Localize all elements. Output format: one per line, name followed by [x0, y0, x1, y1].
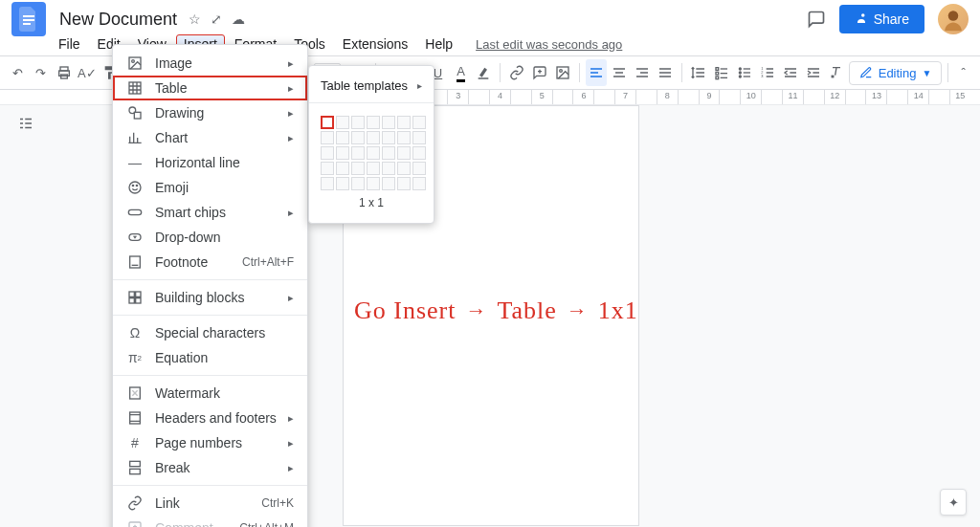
comment-history-icon[interactable]: [807, 10, 826, 29]
increase-indent-button[interactable]: [803, 59, 824, 86]
spellcheck-button[interactable]: A✓: [77, 59, 98, 86]
table-grid-cell[interactable]: [336, 116, 349, 129]
table-grid-cell[interactable]: [397, 131, 411, 144]
table-grid-cell[interactable]: [367, 162, 380, 175]
table-grid-cell[interactable]: [412, 131, 426, 144]
insert-chart[interactable]: Chart▸: [113, 125, 307, 150]
table-grid-cell[interactable]: [382, 131, 395, 144]
table-grid-cell[interactable]: [367, 131, 380, 144]
highlight-color-button[interactable]: [473, 59, 494, 86]
insert-special-characters[interactable]: ΩSpecial characters: [113, 320, 307, 345]
table-templates-item[interactable]: Table templates ▸: [309, 74, 434, 98]
hide-menus-button[interactable]: ˆ: [954, 66, 972, 80]
table-grid-cell[interactable]: [412, 162, 426, 175]
table-grid-cell[interactable]: [382, 162, 395, 175]
redo-button[interactable]: ↷: [31, 59, 52, 86]
insert-table[interactable]: Table▸: [113, 76, 307, 100]
table-grid-cell[interactable]: [336, 177, 349, 190]
table-grid-cell[interactable]: [367, 146, 380, 160]
align-right-button[interactable]: [632, 59, 653, 86]
table-grid-cell[interactable]: [351, 162, 365, 175]
insert-drop-down[interactable]: Drop-down: [113, 225, 307, 250]
align-left-button[interactable]: [586, 59, 607, 86]
annotation-text-2: Table: [497, 296, 556, 325]
table-grid-cell[interactable]: [321, 146, 334, 160]
insert-link-button[interactable]: [506, 59, 527, 86]
insert-equation[interactable]: π2Equation: [113, 345, 307, 370]
menu-extensions[interactable]: Extensions: [335, 34, 415, 54]
insert-footnote[interactable]: FootnoteCtrl+Alt+F: [113, 250, 307, 274]
document-title[interactable]: New Document: [56, 8, 181, 32]
editing-mode-dropdown[interactable]: Editing ▼: [849, 61, 943, 85]
checklist-button[interactable]: [711, 59, 732, 86]
menu-item-label: Image: [155, 55, 277, 71]
bulleted-list-button[interactable]: [734, 59, 755, 86]
table-grid-cell[interactable]: [321, 131, 334, 144]
insert-smart-chips[interactable]: Smart chips▸: [113, 200, 307, 225]
insert-page-numbers[interactable]: #Page numbers▸: [113, 430, 307, 455]
table-grid-cell[interactable]: [412, 146, 426, 160]
star-icon[interactable]: ☆: [189, 11, 201, 27]
clear-formatting-button[interactable]: [826, 59, 847, 86]
last-edit-link[interactable]: Last edit was seconds ago: [476, 37, 622, 52]
insert-link[interactable]: LinkCtrl+K: [113, 491, 307, 516]
ruler-tick: 5: [531, 90, 552, 104]
table-grid-cell[interactable]: [382, 116, 395, 129]
align-center-button[interactable]: [609, 59, 630, 86]
print-button[interactable]: [54, 59, 75, 86]
insert-emoji[interactable]: Emoji: [113, 175, 307, 200]
share-button-label: Share: [874, 11, 909, 27]
table-grid-cell[interactable]: [397, 177, 411, 190]
table-grid-cell[interactable]: [336, 131, 349, 144]
table-grid-cell[interactable]: [397, 162, 411, 175]
table-grid-cell[interactable]: [412, 177, 426, 190]
account-avatar[interactable]: [938, 4, 969, 34]
cloud-status-icon[interactable]: ☁: [232, 11, 245, 27]
table-grid-cell[interactable]: [382, 177, 395, 190]
align-justify-button[interactable]: [655, 59, 676, 86]
table-grid-cell[interactable]: [336, 162, 349, 175]
table-grid-cell[interactable]: [382, 146, 395, 160]
undo-button[interactable]: ↶: [8, 59, 29, 86]
table-grid-cell[interactable]: [351, 177, 365, 190]
decrease-indent-button[interactable]: [780, 59, 801, 86]
insert-watermark[interactable]: Watermark: [113, 381, 307, 406]
ruler-tick: [886, 90, 907, 104]
table-grid-cell[interactable]: [336, 146, 349, 160]
insert-image-button[interactable]: [552, 59, 573, 86]
docs-logo[interactable]: [11, 2, 46, 36]
outline-toggle-icon[interactable]: [17, 115, 34, 132]
table-grid-cell[interactable]: [367, 177, 380, 190]
insert-headers-and-footers[interactable]: Headers and footers▸: [113, 406, 307, 430]
text-color-button[interactable]: A: [451, 59, 472, 86]
table-grid-cell[interactable]: [367, 116, 380, 129]
table-grid-cell[interactable]: [351, 131, 365, 144]
share-button[interactable]: Share: [839, 5, 924, 33]
table-grid-cell[interactable]: [412, 116, 426, 129]
insert-drawing[interactable]: Drawing▸: [113, 100, 307, 125]
insert-image[interactable]: Image▸: [113, 51, 307, 76]
numbered-list-button[interactable]: 123: [757, 59, 778, 86]
line-spacing-button[interactable]: [688, 59, 709, 86]
menu-separator: [113, 375, 307, 376]
table-grid-cell[interactable]: [321, 116, 334, 129]
add-comment-button[interactable]: [529, 59, 550, 86]
table-grid-cell[interactable]: [351, 146, 365, 160]
table-grid-cell[interactable]: [321, 177, 334, 190]
move-icon[interactable]: ⤢: [211, 11, 222, 27]
insert-building-blocks[interactable]: Building blocks▸: [113, 285, 307, 310]
explore-button[interactable]: ✦: [940, 489, 967, 516]
table-grid-cell[interactable]: [397, 116, 411, 129]
menu-file[interactable]: File: [51, 34, 88, 54]
table-grid-cell[interactable]: [351, 116, 365, 129]
break-icon: [126, 460, 144, 475]
table-size-grid[interactable]: [309, 108, 434, 194]
pagenum-icon: #: [126, 435, 144, 450]
insert-horizontal-line[interactable]: —Horizontal line: [113, 150, 307, 175]
svg-point-24: [132, 185, 133, 186]
insert-break[interactable]: Break▸: [113, 455, 307, 480]
menu-help[interactable]: Help: [417, 34, 460, 54]
table-grid-cell[interactable]: [321, 162, 334, 175]
table-grid-cell[interactable]: [397, 146, 411, 160]
title-icons: ☆ ⤢ ☁: [189, 11, 245, 27]
